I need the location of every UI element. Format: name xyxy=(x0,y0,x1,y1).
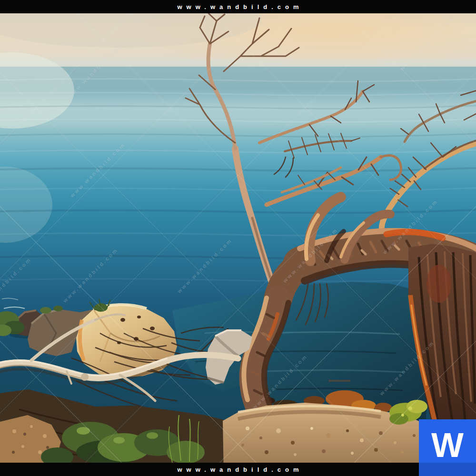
bottom-url-bar: www.wandbild.com xyxy=(0,463,476,476)
top-url-text: www.wandbild.com xyxy=(173,3,303,10)
brand-logo: W xyxy=(419,419,476,476)
brand-logo-letter: W xyxy=(431,428,464,462)
photo-scene xyxy=(0,0,476,476)
brand-logo-shade xyxy=(419,463,476,476)
bottom-url-text: www.wandbild.com xyxy=(173,466,303,473)
top-url-bar: www.wandbild.com xyxy=(0,0,476,13)
watermarked-photo: www.wandbild.comwww.wandbild.comwww.wand… xyxy=(0,0,476,476)
